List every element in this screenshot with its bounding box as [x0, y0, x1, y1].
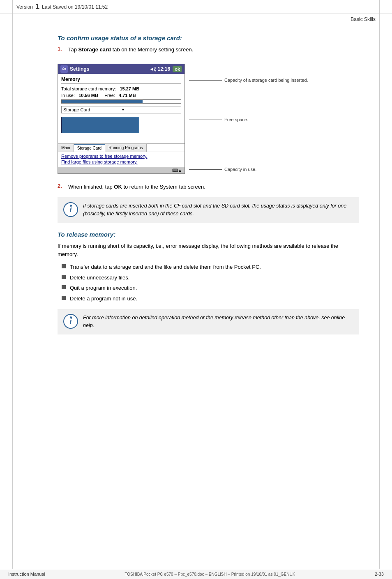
total-label: Total storage card memory:: [61, 86, 116, 91]
step1-text: Tap Storage card tab on the Memory setti…: [68, 46, 193, 54]
device-bottombar: ⌨▲: [58, 167, 184, 173]
in-use-value: 10.56 MB: [78, 93, 98, 98]
list-item: Quit a program in execution.: [62, 284, 359, 292]
tab-storage-card[interactable]: Storage Card: [74, 144, 105, 152]
annotation-text1: Capacity of a storage card being inserte…: [224, 78, 308, 83]
annotation-text2: Free space.: [224, 117, 248, 122]
title-right: ◄ξ 12:16 ok: [149, 66, 182, 72]
bullet-icon: [62, 285, 66, 289]
titlebar-icon: 🗂: [60, 65, 68, 73]
tab-running-programs[interactable]: Running Programs: [105, 144, 146, 152]
section2: To release memory: If memory is running …: [58, 231, 359, 334]
annotation-line3: [189, 169, 222, 170]
keyboard-icon[interactable]: ⌨▲: [172, 168, 182, 173]
sound-icon: ◄ξ 12:16: [149, 66, 170, 72]
storage-card-dropdown[interactable]: Storage Card ▼: [61, 106, 181, 113]
version-number: 1: [35, 2, 39, 11]
device-tabs: Main Storage Card Running Programs: [58, 143, 184, 152]
annotation-capacity-inserted: Capacity of a storage card being inserte…: [189, 78, 308, 83]
section-label: Basic Skills: [350, 16, 376, 22]
progress-used: [62, 100, 143, 103]
bullet-text-1: Transfer data to a storage card and the …: [70, 263, 261, 271]
find-large-files-link[interactable]: Find large files using storage memory.: [61, 159, 181, 164]
bullet-list: Transfer data to a storage card and the …: [62, 263, 359, 302]
annotation-area: 🗂 Settings ◄ξ 12:16 ok Memory Total stor…: [58, 60, 359, 178]
ok-button[interactable]: ok: [173, 66, 182, 72]
capacity-visual-area: [61, 117, 181, 139]
memory-heading: Memory: [61, 76, 181, 84]
annotation-free-space: Free space.: [189, 117, 308, 122]
step2-number: 2.: [58, 183, 67, 189]
total-value: 15.27 MB: [120, 86, 139, 91]
step1-number: 1.: [58, 46, 67, 52]
usage-row: In use: 10.56 MB Free: 4.71 MB: [61, 93, 181, 98]
bullet-text-3: Quit a program in execution.: [70, 284, 137, 292]
info-text1: If storage cards are inserted both in th…: [83, 202, 353, 218]
step1: 1. Tap Storage card tab on the Memory se…: [58, 46, 359, 54]
remove-programs-link[interactable]: Remove programs to free storage memory.: [61, 154, 181, 159]
device-screenshot: 🗂 Settings ◄ξ 12:16 ok Memory Total stor…: [58, 64, 185, 174]
annotation-capacity-in-use: Capacity in use.: [189, 167, 308, 172]
annotation-line2: [189, 120, 222, 120]
bullet-icon: [62, 275, 66, 279]
step2-text: When finished, tap OK to return to the S…: [68, 183, 205, 191]
section2-heading: To release memory:: [58, 231, 359, 238]
info-box1: i If storage cards are inserted both in …: [58, 197, 359, 223]
step2-bold: OK: [114, 184, 122, 190]
device-titlebar: 🗂 Settings ◄ξ 12:16 ok: [58, 64, 184, 74]
info-text2: For more information on detailed operati…: [83, 314, 353, 330]
list-item: Delete unnecessary files.: [62, 274, 359, 282]
bullet-text-2: Delete unnecessary files.: [70, 274, 129, 282]
main-content: To confirm usage status of a storage car…: [58, 35, 359, 334]
dropdown-value: Storage Card: [63, 107, 121, 112]
progress-free: [143, 100, 181, 103]
free-value: 4.71 MB: [119, 93, 136, 98]
bullet-text-4: Delete a program not in use.: [70, 295, 137, 303]
list-item: Delete a program not in use.: [62, 295, 359, 303]
version-label: Version: [16, 4, 33, 10]
footer: Instruction Manual TOSHIBA Pocket PC e57…: [0, 569, 392, 579]
info-box2: i For more information on detailed opera…: [58, 309, 359, 334]
info-icon1: i: [63, 202, 78, 217]
annotation-lines: Capacity of a storage card being inserte…: [189, 60, 308, 178]
step2: 2. When finished, tap OK to return to th…: [58, 183, 359, 191]
progress-bar: [61, 99, 181, 104]
capacity-bar-used: [61, 117, 139, 133]
annotation-text3: Capacity in use.: [224, 167, 256, 172]
step1-bold: Storage card: [78, 46, 111, 53]
list-item: Transfer data to a storage card and the …: [62, 263, 359, 271]
bullet-icon: [62, 296, 66, 300]
footer-right: 2-33: [375, 572, 384, 577]
free-label: Free:: [104, 93, 115, 98]
header: Version 1 Last Saved on 19/10/01 11:52: [0, 0, 392, 14]
device-links: Remove programs to free storage memory. …: [58, 152, 184, 167]
title-left: 🗂 Settings: [60, 65, 89, 73]
bullet-icon: [62, 264, 66, 268]
info-icon2: i: [63, 314, 78, 329]
annotation-line1: [189, 80, 222, 81]
device-body: Memory Total storage card memory: 15.27 …: [58, 74, 184, 142]
in-use-label: In use:: [61, 93, 75, 98]
tab-main[interactable]: Main: [58, 144, 74, 152]
last-saved: Last Saved on 19/10/01 11:52: [42, 4, 108, 10]
release-body-text: If memory is running short of its capaci…: [58, 242, 359, 259]
titlebar-title: Settings: [70, 66, 89, 72]
footer-center: TOSHIBA Pocket PC e570 – Ppc_e570.doc – …: [45, 572, 375, 577]
section1-heading: To confirm usage status of a storage car…: [58, 35, 359, 42]
dropdown-arrow-icon: ▼: [121, 108, 179, 112]
footer-left: Instruction Manual: [8, 572, 45, 577]
total-memory-row: Total storage card memory: 15.27 MB: [61, 86, 181, 91]
